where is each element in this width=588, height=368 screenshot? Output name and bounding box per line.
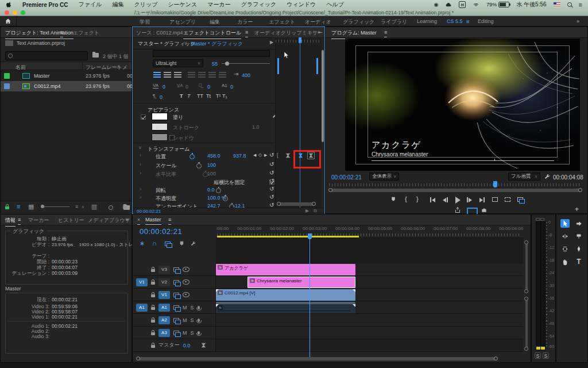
extract-button[interactable]	[505, 197, 510, 202]
position-twirl-icon[interactable]: ›	[140, 152, 141, 158]
lane-scrollbar[interactable]	[278, 202, 315, 206]
sync-lock-icon[interactable]	[173, 293, 179, 297]
track-target-v2[interactable]: V2	[158, 278, 170, 286]
button-editor-plus[interactable]: +	[575, 205, 579, 213]
timeline-timecode[interactable]: 00:00:02:21	[140, 227, 182, 236]
add-marker-icon[interactable]	[179, 240, 185, 247]
lift-button[interactable]	[492, 197, 498, 202]
voiceover-record-icon[interactable]	[198, 319, 200, 322]
cloud-sync-icon[interactable]	[445, 2, 452, 8]
tab-effect-controls[interactable]: エフェクトコントロール	[183, 29, 241, 37]
workspace-tab-effects[interactable]: エフェクト	[269, 18, 295, 26]
workspace-tab-libraries[interactable]: ライブラリ	[381, 18, 407, 26]
pen-tool[interactable]	[574, 244, 583, 253]
input-source-flag-icon[interactable]	[554, 2, 560, 7]
menu-marker[interactable]: マーカー	[207, 1, 230, 9]
track-output-eye-icon[interactable]	[183, 267, 189, 272]
step-forward-button[interactable]	[467, 197, 472, 202]
clip-a1-audio[interactable]: fx	[216, 302, 355, 313]
wifi-icon[interactable]	[473, 2, 479, 8]
project-row-master[interactable]: Master 23.976 fps 00:	[1, 71, 131, 81]
spotlight-icon[interactable]	[567, 2, 572, 7]
battery-indicator[interactable]: 79%	[486, 2, 509, 7]
workspace-tab-editing-en[interactable]: Editing	[478, 18, 494, 24]
target-clip-label[interactable]: Master * グラフィック	[191, 40, 243, 48]
zoom-slider[interactable]	[41, 206, 69, 207]
hscroll-knob-left[interactable]	[136, 356, 140, 361]
column-divider[interactable]	[82, 62, 83, 70]
menu-help[interactable]: ヘルプ	[326, 1, 344, 9]
hscale-value[interactable]: 100	[207, 171, 216, 177]
scale-twirl-icon[interactable]: ›	[140, 162, 141, 167]
export-frame-button[interactable]	[454, 206, 461, 213]
track-lock-icon[interactable]	[151, 320, 155, 323]
mark-out-button[interactable]: }	[416, 195, 419, 202]
rotation-reset-icon[interactable]: ↺	[269, 186, 274, 192]
workspace-overflow-chevron[interactable]: »	[577, 18, 579, 24]
sync-lock-icon[interactable]	[173, 305, 179, 310]
timeline-menu-icon[interactable]: ≡	[168, 217, 171, 223]
track-lock-icon[interactable]	[151, 307, 155, 310]
track-target-v3[interactable]: V3	[158, 266, 170, 274]
justify-2-button[interactable]	[198, 72, 206, 78]
icon-view-button[interactable]: ▦	[28, 203, 34, 210]
export-footer-icon[interactable]: ⧉	[314, 208, 317, 214]
tab-media-browser[interactable]: メディアブラウザ	[88, 217, 130, 224]
opacity-reset-icon[interactable]: ↺	[269, 194, 274, 200]
sync-lock-icon[interactable]	[173, 318, 179, 323]
keyframe-icon[interactable]	[285, 152, 291, 159]
subscript-button[interactable]: T₁	[222, 93, 227, 99]
sync-lock-icon[interactable]	[173, 280, 179, 285]
faux-italic-button[interactable]: T	[187, 93, 191, 99]
mute-button[interactable]: M	[183, 317, 187, 323]
menu-bar-clock[interactable]: 水 午後5:56	[516, 1, 546, 9]
workspace-tab-editing-jp[interactable]: 編集	[210, 18, 220, 26]
solo-right-button[interactable]: S	[543, 352, 549, 359]
panel-overflow-chevron[interactable]: »	[318, 29, 320, 35]
add-keyframe-button[interactable]: ◇	[258, 152, 262, 158]
track-output-eye-icon[interactable]	[183, 292, 189, 297]
scale-stopwatch-icon[interactable]	[196, 163, 202, 168]
lane-a2[interactable]	[216, 314, 523, 327]
lane-scrollbar-knob-right[interactable]	[312, 202, 316, 206]
align-left-button[interactable]	[153, 72, 161, 78]
kerning-value[interactable]: 0	[163, 84, 165, 90]
voiceover-record-icon[interactable]	[198, 306, 200, 309]
workspace-tab-learning-en[interactable]: Learning	[417, 18, 437, 24]
solo-left-button[interactable]: S	[535, 352, 541, 359]
position-x-value[interactable]: 458.0	[207, 153, 220, 159]
timeline-hscrollbar[interactable]	[137, 357, 497, 361]
track-output-eye-icon[interactable]	[183, 279, 189, 285]
info-menu-icon[interactable]: ≡	[18, 217, 21, 223]
project-search-input[interactable]	[5, 51, 88, 60]
tab-markers[interactable]: マーカー	[28, 217, 49, 224]
vscroll-knob[interactable]	[524, 347, 528, 351]
font-size-slider[interactable]	[222, 63, 270, 64]
font-size-value[interactable]: 55	[212, 61, 218, 67]
rotation-stopwatch-icon[interactable]	[216, 188, 221, 193]
mute-button[interactable]: M	[183, 305, 187, 310]
scale-reset-icon[interactable]: ↺	[269, 161, 274, 167]
program-scrollbar[interactable]	[329, 189, 582, 192]
workspace-tab-audio[interactable]: オーディオ	[305, 18, 331, 26]
extra-spacing-value[interactable]: 0	[160, 94, 163, 100]
automate-to-sequence-button[interactable]: ▥	[91, 203, 97, 210]
uniform-reset-icon[interactable]: ↺	[269, 178, 274, 184]
rotation-twirl-icon[interactable]: ›	[140, 186, 141, 192]
play-effect-icon[interactable]: ▶	[270, 40, 273, 45]
tab-effects[interactable]: エフェクト	[73, 29, 99, 37]
comparison-view-button[interactable]	[517, 197, 523, 202]
rotation-value[interactable]: 0.0	[207, 187, 215, 193]
track-lock-icon[interactable]	[151, 332, 155, 335]
sort-options-button[interactable]: ≡	[75, 204, 78, 209]
clip-v1-c0012[interactable]: fx C0012.mp4 [V]	[216, 289, 355, 301]
mute-button[interactable]: M	[183, 330, 187, 336]
track-target-a3[interactable]: A3	[158, 329, 170, 337]
find-button[interactable]	[109, 205, 113, 210]
justify-4-button[interactable]	[219, 72, 226, 78]
solo-button[interactable]: S	[191, 317, 194, 323]
justify-3-button[interactable]	[208, 72, 216, 78]
program-menu-icon[interactable]: ≡	[384, 29, 387, 35]
lane-scrollbar-knob-left[interactable]	[277, 202, 281, 206]
source-patch-a1[interactable]: A1	[136, 304, 148, 312]
